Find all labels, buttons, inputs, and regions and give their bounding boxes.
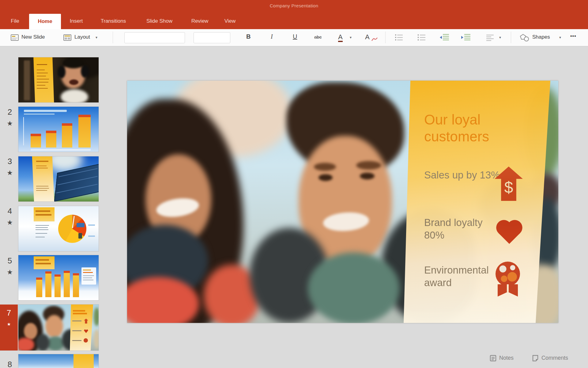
- tab-view[interactable]: View: [221, 13, 239, 29]
- font-size-box[interactable]: [194, 32, 230, 43]
- slide-number: 2: [6, 107, 14, 117]
- shapes-icon[interactable]: [520, 33, 529, 43]
- bullet-award[interactable]: Environmental award: [424, 264, 502, 289]
- slide-title[interactable]: Our loyal customers: [424, 111, 519, 145]
- bullets-button[interactable]: [394, 33, 404, 43]
- shapes-button[interactable]: Shapes: [532, 34, 550, 40]
- heart-icon: [496, 219, 522, 243]
- layout-icon[interactable]: [63, 34, 72, 43]
- thumbnail-slide-6[interactable]: [18, 255, 99, 300]
- titlebar: Company Presentation: [0, 0, 588, 13]
- underline-button[interactable]: U: [293, 33, 297, 40]
- numbering-button[interactable]: [417, 33, 426, 43]
- layout-caret-icon[interactable]: ▾: [96, 35, 97, 40]
- thumbnail-slide-8[interactable]: [18, 354, 99, 368]
- slide-number: 8: [6, 360, 14, 368]
- thumbnail-slide-7[interactable]: [18, 305, 99, 351]
- thumbnail-slide-3[interactable]: [18, 107, 99, 152]
- more-commands-icon[interactable]: •••: [570, 33, 576, 39]
- toolbar-separator: [385, 32, 386, 43]
- notes-icon[interactable]: [489, 355, 497, 363]
- strikethrough-button[interactable]: abc: [314, 34, 322, 40]
- animation-star-icon: ★: [5, 322, 13, 327]
- slide-number: 4: [6, 206, 14, 216]
- alignment-caret-icon[interactable]: ▾: [499, 35, 501, 40]
- selected-slide-marker: 7 ★: [0, 305, 18, 351]
- font-name-box[interactable]: [124, 32, 185, 43]
- animation-star-icon: ★: [6, 120, 14, 128]
- new-slide-button[interactable]: New Slide: [21, 34, 45, 40]
- alignment-button[interactable]: [486, 33, 495, 43]
- tab-slide-show[interactable]: Slide Show: [140, 13, 179, 29]
- home-toolbar: New Slide Layout ▾ B I U abc A ▾ A: [0, 29, 588, 46]
- bullet-loyalty[interactable]: Brand loyalty 80%: [424, 216, 502, 242]
- decrease-indent-button[interactable]: [439, 33, 450, 43]
- animation-star-icon: ★: [6, 169, 14, 177]
- thumbnail-slide-4[interactable]: [18, 156, 99, 201]
- document-title: Company Presentation: [0, 3, 588, 8]
- tab-file[interactable]: File: [6, 13, 24, 29]
- toolbar-separator: [113, 32, 113, 43]
- slide-thumbnail-panel: 2 ★ 3 ★: [0, 46, 106, 368]
- slide-canvas: Our loyal customers Sales up by 13% $ Br…: [106, 46, 588, 368]
- current-slide[interactable]: Our loyal customers Sales up by 13% $ Br…: [127, 81, 558, 323]
- toolbar-separator: [511, 32, 511, 43]
- tab-transitions[interactable]: Transitions: [95, 13, 132, 29]
- slide-text-panel[interactable]: Our loyal customers Sales up by 13% $ Br…: [403, 81, 553, 323]
- notes-button[interactable]: Notes: [499, 355, 514, 361]
- ribbon-tab-bar: File Home Insert Transitions Slide Show …: [0, 13, 588, 29]
- shapes-caret-icon[interactable]: ▾: [559, 35, 561, 40]
- slide-number: 3: [6, 157, 14, 166]
- slide-number: 5: [6, 256, 14, 266]
- slide-number: 7: [5, 308, 13, 318]
- thumbnail-slide-2[interactable]: [18, 57, 99, 102]
- text-effects-button[interactable]: A: [365, 33, 370, 41]
- tab-review[interactable]: Review: [187, 13, 213, 29]
- text-effects-swoosh-icon: [371, 36, 378, 43]
- powerpoint-window: Company Presentation File Home Insert Tr…: [0, 0, 588, 368]
- font-color-caret-icon[interactable]: ▾: [350, 35, 352, 40]
- bold-button[interactable]: B: [246, 33, 251, 40]
- animation-star-icon: ★: [6, 268, 14, 276]
- increase-indent-button[interactable]: [461, 33, 471, 43]
- font-color-button[interactable]: A: [338, 34, 343, 42]
- globe-award-icon: [495, 262, 521, 298]
- animation-star-icon: ★: [6, 219, 14, 227]
- tab-insert[interactable]: Insert: [66, 13, 87, 29]
- layout-button[interactable]: Layout: [74, 34, 90, 40]
- italic-button[interactable]: I: [271, 33, 273, 40]
- tab-home[interactable]: Home: [29, 14, 61, 29]
- comments-button[interactable]: Comments: [541, 355, 568, 361]
- comments-icon[interactable]: [532, 355, 539, 363]
- thumbnail-slide-5[interactable]: [18, 206, 99, 251]
- bullet-sales[interactable]: Sales up by 13%: [424, 169, 502, 181]
- new-slide-icon[interactable]: [10, 34, 19, 43]
